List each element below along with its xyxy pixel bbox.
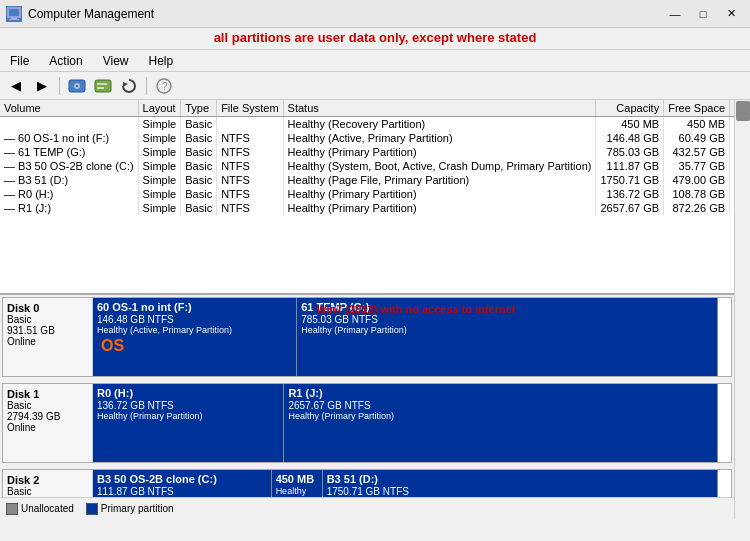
- menu-view[interactable]: View: [99, 53, 133, 69]
- cell-volume: — 61 TEMP (G:): [0, 145, 138, 159]
- menu-help[interactable]: Help: [145, 53, 178, 69]
- partition-name: R0 (H:): [97, 387, 279, 399]
- partition-status: Healthy (Active, Primary Partition): [97, 325, 292, 335]
- close-button[interactable]: ✕: [718, 5, 744, 23]
- disk-icon-button-2[interactable]: [91, 75, 115, 97]
- partition[interactable]: B3 51 (D:) 1750.71 GB NTFS Healthy (Page…: [323, 470, 719, 497]
- disk-type: Basic: [7, 486, 88, 497]
- cell-status: Healthy (Primary Partition): [283, 145, 596, 159]
- disk-partitions: R0 (H:) 136.72 GB NTFS Healthy (Primary …: [93, 384, 731, 462]
- cell-fs: NTFS: [217, 173, 283, 187]
- svg-rect-0: [8, 8, 20, 17]
- partition[interactable]: B3 50 OS-2B clone (C:) 111.87 GB NTFS He…: [93, 470, 272, 497]
- table-row[interactable]: — R0 (H:) Simple Basic NTFS Healthy (Pri…: [0, 187, 734, 201]
- disk-type: Basic: [7, 314, 88, 325]
- cell-status: Healthy (Active, Primary Partition): [283, 131, 596, 145]
- cell-status: Healthy (System, Boot, Active, Crash Dum…: [283, 159, 596, 173]
- svg-rect-1: [11, 17, 17, 19]
- cell-capacity: 785.03 GB: [596, 145, 664, 159]
- partition[interactable]: R0 (H:) 136.72 GB NTFS Healthy (Primary …: [93, 384, 284, 462]
- col-header-fs[interactable]: File System: [217, 100, 283, 117]
- disk-label: Disk 2 Basic 1863.02 GB Online: [3, 470, 93, 497]
- legend-color-swatch: [6, 503, 18, 515]
- col-header-free[interactable]: Free Space: [664, 100, 730, 117]
- partition-size: 111.87 GB NTFS: [97, 486, 267, 497]
- svg-point-5: [76, 85, 78, 87]
- cell-free: 450 MB: [664, 117, 730, 132]
- partition-size: 1750.71 GB NTFS: [327, 486, 714, 497]
- disk-name: Disk 2: [7, 474, 88, 486]
- cell-volume: — B3 51 (D:): [0, 173, 138, 187]
- svg-rect-8: [97, 87, 104, 89]
- svg-rect-2: [9, 19, 19, 20]
- cell-fs: NTFS: [217, 131, 283, 145]
- partition-size: 2657.67 GB NTFS: [288, 400, 713, 411]
- partition[interactable]: 60 OS-1 no int (F:) 146.48 GB NTFS Healt…: [93, 298, 297, 376]
- col-header-type[interactable]: Type: [181, 100, 217, 117]
- cell-volume: — R0 (H:): [0, 187, 138, 201]
- cell-capacity: 2657.67 GB: [596, 201, 664, 215]
- table-row[interactable]: — B3 51 (D:) Simple Basic NTFS Healthy (…: [0, 173, 734, 187]
- cell-type: Basic: [181, 159, 217, 173]
- cell-capacity: 1750.71 GB: [596, 173, 664, 187]
- disk-type: Basic: [7, 400, 88, 411]
- table-row[interactable]: Simple Basic Healthy (Recovery Partition…: [0, 117, 734, 132]
- menu-bar: File Action View Help: [0, 50, 750, 72]
- cell-status: Healthy (Primary Partition): [283, 201, 596, 215]
- table-row[interactable]: — R1 (J:) Simple Basic NTFS Healthy (Pri…: [0, 201, 734, 215]
- volume-table: Volume Layout Type File System Status Ca…: [0, 100, 734, 215]
- cell-type: Basic: [181, 187, 217, 201]
- col-header-status[interactable]: Status: [283, 100, 596, 117]
- table-row[interactable]: — B3 50 OS-2B clone (C:) Simple Basic NT…: [0, 159, 734, 173]
- cell-free: 872.26 GB: [664, 201, 730, 215]
- right-scrollbar[interactable]: [734, 100, 750, 519]
- legend-item: Primary partition: [86, 503, 174, 515]
- back-button[interactable]: ◀: [4, 75, 28, 97]
- content-area: Volume Layout Type File System Status Ca…: [0, 100, 734, 519]
- table-row[interactable]: — 61 TEMP (G:) Simple Basic NTFS Healthy…: [0, 145, 734, 159]
- help-icon-button[interactable]: ?: [152, 75, 176, 97]
- partition-name: 61 TEMP (G:): [301, 301, 713, 313]
- col-header-layout[interactable]: Layout: [138, 100, 181, 117]
- col-header-pct[interactable]: % Free: [730, 100, 734, 117]
- disk-name: Disk 0: [7, 302, 88, 314]
- cell-free: 432.57 GB: [664, 145, 730, 159]
- app-icon: [6, 6, 22, 22]
- partition[interactable]: 61 TEMP (G:) 785.03 GB NTFS Healthy (Pri…: [297, 298, 718, 376]
- cell-layout: Simple: [138, 159, 181, 173]
- maximize-button[interactable]: □: [690, 5, 716, 23]
- table-header-row: Volume Layout Type File System Status Ca…: [0, 100, 734, 117]
- partition-status: Healthy (Primary Partition): [288, 411, 713, 421]
- legend-item: Unallocated: [6, 503, 74, 515]
- disk-icon-button-1[interactable]: [65, 75, 89, 97]
- disk-row: Disk 2 Basic 1863.02 GB Online B3 50 OS-…: [2, 469, 732, 497]
- cell-type: Basic: [181, 145, 217, 159]
- menu-file[interactable]: File: [6, 53, 33, 69]
- minimize-button[interactable]: —: [662, 5, 688, 23]
- window-controls: — □ ✕: [662, 5, 744, 23]
- svg-rect-7: [97, 83, 107, 85]
- cell-layout: Simple: [138, 187, 181, 201]
- legend-label: Unallocated: [21, 503, 74, 514]
- partition-name: B3 51 (D:): [327, 473, 714, 485]
- partition-size: 136.72 GB NTFS: [97, 400, 279, 411]
- toolbar: ◀ ▶ ?: [0, 72, 750, 100]
- partition[interactable]: 450 MB Healthy (Recovery Pa: [272, 470, 323, 497]
- menu-action[interactable]: Action: [45, 53, 86, 69]
- refresh-button[interactable]: [117, 75, 141, 97]
- disk-view[interactable]: Disk 0 Basic 931.51 GB Online 60 OS-1 no…: [0, 295, 734, 497]
- table-row[interactable]: — 60 OS-1 no int (F:) Simple Basic NTFS …: [0, 131, 734, 145]
- forward-button[interactable]: ▶: [30, 75, 54, 97]
- cell-type: Basic: [181, 117, 217, 132]
- partition-name: 450 MB: [276, 473, 318, 485]
- legend-label: Primary partition: [101, 503, 174, 514]
- col-header-volume[interactable]: Volume: [0, 100, 138, 117]
- volume-table-container[interactable]: Volume Layout Type File System Status Ca…: [0, 100, 734, 295]
- disk-name: Disk 1: [7, 388, 88, 400]
- svg-rect-6: [95, 80, 111, 92]
- partition[interactable]: R1 (J:) 2657.67 GB NTFS Healthy (Primary…: [284, 384, 718, 462]
- cell-status: Healthy (Page File, Primary Partition): [283, 173, 596, 187]
- disk-status: Online: [7, 336, 88, 347]
- disk-partitions: 60 OS-1 no int (F:) 146.48 GB NTFS Healt…: [93, 298, 731, 376]
- col-header-capacity[interactable]: Capacity: [596, 100, 664, 117]
